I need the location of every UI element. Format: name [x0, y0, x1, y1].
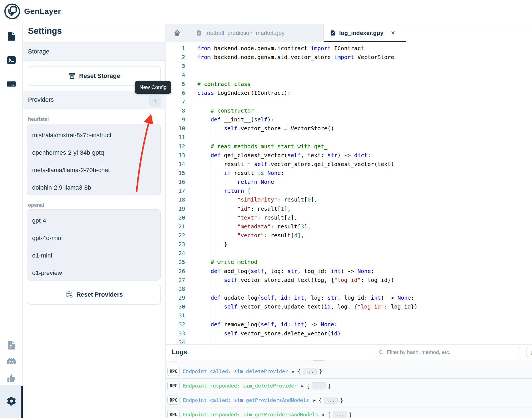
logs-filter-input[interactable] — [386, 347, 516, 358]
log-row[interactable]: RPCEndpoint called: sim_deleteProvider▶{… — [166, 364, 532, 379]
code-line[interactable]: 1from backend.node.genvm.icontract impor… — [166, 44, 532, 53]
code-token-pl — [197, 107, 211, 114]
code-line[interactable]: 23 } — [166, 240, 532, 249]
code-line[interactable]: 25 # write method — [166, 258, 532, 266]
code-line[interactable]: 2from backend.node.genvm.std.vector_stor… — [166, 53, 532, 62]
provider-group-label-openai: openai — [28, 202, 44, 208]
provider-model-item[interactable]: mistralai/mixtral-8x7b-instruct — [27, 126, 160, 144]
reset-providers-button[interactable]: Reset Providers — [28, 285, 161, 305]
code-token-pl: .vector_store.update_text( — [237, 303, 324, 310]
code-line[interactable]: 31 — [166, 311, 532, 320]
provider-model-item[interactable]: gpt-4o-mini — [27, 229, 160, 247]
code-line[interactable]: 5# contract class — [166, 80, 532, 88]
discord-icon[interactable] — [0, 353, 23, 370]
code-line[interactable]: 20 "text": result[2], — [166, 213, 532, 222]
code-line[interactable]: 4 — [166, 70, 532, 79]
log-row[interactable]: RPCEndpoint responded: sim_deleteProvide… — [166, 379, 532, 393]
ellipsis-expand-button[interactable]: ... — [324, 397, 338, 404]
expand-arrow-icon[interactable]: ▶ — [301, 384, 304, 388]
code-line-content: def add_log(self, log: str, log_id: int)… — [197, 267, 532, 276]
code-line[interactable]: 33 self.vector_store.delete_vector(id) — [166, 329, 532, 338]
provider-model-item[interactable]: o1-preview — [27, 264, 160, 282]
rpc-badge: RPC — [167, 396, 180, 405]
indent-guide — [211, 231, 211, 240]
code-line-content: # read methods must start with get_ — [197, 142, 532, 151]
storage-drive-icon[interactable] — [0, 75, 23, 93]
code-line[interactable]: 6class LogIndexer(IContract): — [166, 88, 532, 97]
code-line[interactable]: 10 self.vector_store = VectorStore() — [166, 124, 532, 133]
code-line[interactable]: 13 def get_closest_vector(self, text: st… — [166, 151, 532, 160]
code-token-pl: : — [281, 170, 284, 176]
code-line[interactable]: 19 "id": result[1], — [166, 204, 532, 213]
code-line[interactable]: 21 "metadata": result[3], — [166, 222, 532, 231]
provider-model-item[interactable]: gpt-4 — [27, 212, 160, 229]
line-number: 19 — [166, 204, 185, 213]
line-number: 7 — [166, 97, 185, 106]
expand-arrow-icon[interactable]: ▶ — [313, 398, 316, 402]
home-tab-button[interactable] — [166, 24, 189, 42]
code-line[interactable]: 17 return { — [166, 186, 532, 195]
tab-log-indexer[interactable]: log_indexer.gpy ✕ — [324, 24, 406, 42]
code-line[interactable]: 12 # read methods must start with get_ — [166, 142, 532, 151]
ellipsis-expand-button[interactable]: ... — [303, 368, 317, 375]
line-number: 9 — [166, 115, 185, 124]
code-token-pl: , log, { — [331, 303, 357, 310]
ellipsis-expand-button[interactable]: ... — [312, 382, 326, 389]
ellipsis-expand-button[interactable]: ... — [333, 411, 347, 418]
code-line[interactable]: 29 def update_log(self, id: int, log: st… — [166, 293, 532, 302]
line-number: 12 — [166, 142, 185, 151]
genlayer-logo-icon[interactable] — [4, 3, 21, 20]
code-token-cm: # read methods must start with get_ — [211, 143, 327, 150]
tab-football-prediction-market[interactable]: football_prediction_market.gpy — [189, 24, 324, 42]
code-line[interactable]: 24 — [166, 249, 532, 258]
code-token-kw: from — [197, 54, 211, 60]
contracts-file-icon[interactable] — [0, 28, 23, 45]
add-provider-button[interactable]: + — [149, 95, 161, 107]
code-line[interactable]: 26 def add_log(self, log: str, log_id: i… — [166, 267, 532, 276]
indent-guide — [211, 133, 211, 142]
code-token-pl: : — [287, 294, 294, 301]
code-line[interactable]: 11 — [166, 133, 532, 142]
code-line[interactable]: 14 result = self.vector_store.get_closes… — [166, 160, 532, 169]
code-line[interactable]: 18 "similarity": result[0], — [166, 195, 532, 204]
indent-guide — [211, 240, 211, 249]
log-row[interactable]: RPCEndpoint called: sim_getProvidersAndM… — [166, 393, 532, 407]
code-line-content: from backend.node.genvm.std.vector_store… — [197, 53, 532, 62]
feedback-thumbs-up-icon[interactable] — [0, 370, 23, 387]
code-line[interactable]: 30 self.vector_store.update_text(id, log… — [166, 302, 532, 311]
provider-model-item[interactable]: meta-llama/llama-2-70b-chat — [27, 161, 160, 179]
code-token-pl: , log_id: — [297, 268, 331, 274]
close-brace: } — [340, 397, 343, 403]
code-line[interactable]: 27 self.vector_store.add_text(log, {"log… — [166, 276, 532, 284]
indent-guide — [211, 302, 211, 311]
expand-arrow-icon[interactable]: ▶ — [292, 369, 295, 374]
code-line[interactable]: 22 "vector": result[4], — [166, 231, 532, 240]
code-token-pl: : result[ — [251, 205, 281, 212]
code-line[interactable]: 34 — [166, 338, 532, 344]
ellipsis-expand-button[interactable]: ... — [312, 360, 326, 361]
expand-arrow-icon[interactable]: ▶ — [323, 412, 325, 417]
code-editor[interactable]: 1from backend.node.genvm.icontract impor… — [166, 42, 532, 344]
provider-model-item[interactable]: o1-mini — [27, 247, 160, 264]
close-tab-icon[interactable]: ✕ — [391, 30, 395, 36]
terminal-icon[interactable] — [0, 52, 23, 69]
provider-model-item[interactable]: openhermes-2-yi-34b-gptq — [27, 144, 160, 161]
code-line[interactable]: 8 # constructor — [166, 106, 532, 115]
code-line[interactable]: 16 return None — [166, 177, 532, 186]
code-token-kw: self — [261, 294, 274, 301]
code-line[interactable]: 7 — [166, 97, 532, 106]
log-row[interactable]: RPCEndpoint responded: sim_getProvidersA… — [166, 407, 532, 418]
code-line[interactable]: 3 — [166, 62, 532, 70]
code-line[interactable]: 28 — [166, 284, 532, 293]
settings-gear-icon[interactable] — [0, 392, 23, 410]
docs-file-icon[interactable] — [0, 337, 23, 354]
logs-sort-button[interactable]: ↓↑ — [526, 347, 532, 358]
code-line[interactable]: 9 def __init__(self): — [166, 115, 532, 124]
trash-box-icon — [68, 72, 76, 80]
log-row-partial[interactable]: RPCEndpoint responded: sim_updateProvide… — [166, 360, 532, 364]
provider-model-item[interactable]: dolphin-2.9-llama3-8b — [27, 179, 160, 196]
code-line[interactable]: 15 if result is None: — [166, 169, 532, 177]
code-token-kw: dict — [354, 152, 367, 159]
code-line[interactable]: 32 def remove_log(self, id: int) -> None… — [166, 320, 532, 329]
new-config-tooltip: New Config — [135, 81, 171, 94]
